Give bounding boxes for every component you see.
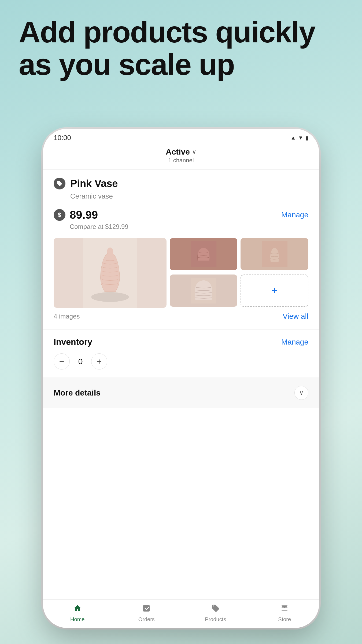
tag-icon (54, 178, 65, 189)
main-product-image[interactable] (54, 238, 167, 308)
more-details-section[interactable]: More details ∨ (43, 378, 319, 408)
signal-icon: ▲ (290, 135, 296, 141)
product-content: Pink Vase Ceramic vase $ 89.99 Manage Co… (43, 170, 319, 599)
product-price: 89.99 (70, 208, 98, 221)
status-time: 10:00 (54, 134, 71, 142)
price-row: $ 89.99 Manage (54, 208, 308, 221)
nav-item-home[interactable]: Home (64, 604, 91, 623)
products-icon (211, 604, 220, 615)
status-icons: ▲ ▼ ▮ (290, 135, 308, 141)
images-grid: + (54, 238, 308, 308)
expand-details-button[interactable]: ∨ (294, 386, 308, 400)
product-name: Pink Vase (70, 178, 118, 189)
inventory-label: Inventory (54, 337, 92, 347)
orders-icon (142, 604, 151, 615)
view-all-button[interactable]: View all (283, 312, 308, 321)
more-details-label: More details (54, 388, 101, 397)
active-status-row[interactable]: Active ∨ (54, 147, 308, 156)
inventory-row: Inventory Manage (54, 337, 308, 347)
thumbnail-image-2[interactable] (241, 238, 308, 270)
nav-item-orders[interactable]: Orders (133, 604, 160, 623)
wifi-icon: ▼ (298, 135, 303, 141)
nav-label-store: Store (278, 616, 291, 623)
svg-point-1 (91, 292, 129, 302)
chevron-down-icon: ∨ (192, 148, 196, 155)
hero-section: Add products quickly as you scale up (19, 16, 343, 81)
price-left: $ 89.99 (54, 208, 98, 221)
app-header: Active ∨ 1 channel (43, 145, 319, 170)
manage-inventory-button[interactable]: Manage (281, 338, 308, 346)
add-icon: + (271, 284, 278, 297)
compare-at-price: Compare at $129.99 (70, 223, 308, 230)
manage-price-button[interactable]: Manage (281, 211, 308, 219)
add-image-button[interactable]: + (241, 275, 308, 307)
channel-count: 1 channel (54, 157, 308, 164)
thumbnail-image-1[interactable] (170, 238, 238, 270)
chevron-down-icon: ∨ (299, 389, 304, 396)
store-icon (280, 604, 289, 615)
nav-label-products: Products (205, 616, 226, 623)
dollar-icon: $ (54, 209, 65, 221)
images-footer: 4 images View all (54, 312, 308, 321)
nav-label-orders: Orders (138, 616, 155, 623)
bottom-navigation: Home Orders Products (43, 599, 319, 628)
quantity-value: 0 (75, 357, 86, 366)
status-bar: 10:00 ▲ ▼ ▮ (43, 129, 319, 145)
battery-icon: ▮ (305, 135, 308, 141)
nav-item-products[interactable]: Products (202, 604, 229, 623)
thumbnail-image-3[interactable] (170, 275, 238, 307)
phone-mockup: 10:00 ▲ ▼ ▮ Active ∨ 1 channel Pink Vase… (43, 129, 319, 628)
increment-button[interactable]: + (91, 353, 107, 369)
nav-item-store[interactable]: Store (271, 604, 298, 623)
product-title-row: Pink Vase (54, 178, 308, 189)
images-count: 4 images (54, 313, 80, 320)
nav-label-home: Home (70, 616, 84, 623)
active-status-text: Active (166, 147, 190, 156)
section-divider (43, 329, 319, 330)
hero-title: Add products quickly as you scale up (19, 16, 343, 81)
quantity-control: − 0 + (54, 353, 308, 369)
decrement-button[interactable]: − (54, 353, 70, 369)
home-icon (73, 604, 82, 615)
product-description: Ceramic vase (70, 192, 308, 200)
